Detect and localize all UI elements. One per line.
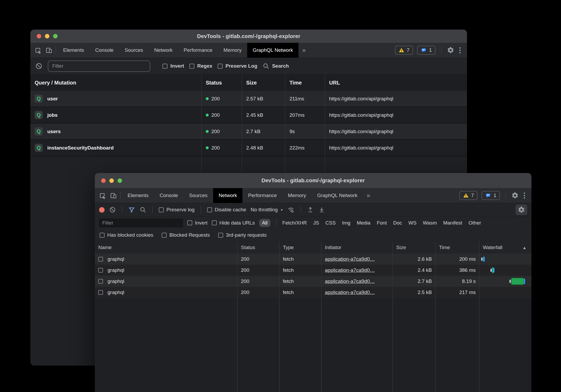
filter-chip-fetch-xhr[interactable]: Fetch/XHR bbox=[282, 220, 307, 226]
filter-input[interactable] bbox=[99, 218, 183, 227]
filter-chip-doc[interactable]: Doc bbox=[393, 220, 402, 226]
settings-gear-icon[interactable] bbox=[511, 192, 519, 199]
table-row[interactable]: graphql 200 fetch application-a7ca9d0… 2… bbox=[95, 276, 531, 287]
table-row[interactable]: graphql 200 fetch application-a7ca9d0… 2… bbox=[95, 265, 531, 276]
tab-network[interactable]: Network bbox=[149, 43, 178, 58]
tab-graphql-network[interactable]: GraphQL Network bbox=[312, 188, 363, 203]
search-icon[interactable] bbox=[139, 206, 146, 213]
table-row[interactable]: Qjobs 200 2.45 kB 207ms https://gitlab.c… bbox=[30, 107, 467, 124]
third-party-requests-checkbox[interactable] bbox=[218, 233, 223, 238]
inspect-element-icon[interactable] bbox=[35, 47, 42, 54]
tab-elements[interactable]: Elements bbox=[58, 43, 90, 58]
settings-gear-icon[interactable] bbox=[447, 46, 454, 54]
inspect-element-icon[interactable] bbox=[99, 192, 106, 199]
preserve-log-checkbox-group[interactable]: Preserve log bbox=[159, 207, 195, 213]
clear-icon[interactable] bbox=[35, 62, 43, 70]
tab-memory[interactable]: Memory bbox=[218, 43, 247, 58]
device-toolbar-icon[interactable] bbox=[110, 192, 117, 199]
filter-chip-js[interactable]: JS bbox=[313, 220, 319, 226]
hide-data-urls-checkbox-group[interactable]: Hide data URLs bbox=[212, 220, 255, 226]
preserve-log-checkbox-group[interactable]: Preserve Log bbox=[218, 63, 257, 69]
filter-chip-all[interactable]: All bbox=[259, 219, 270, 227]
tab-sources[interactable]: Sources bbox=[184, 188, 213, 203]
filter-chip-media[interactable]: Media bbox=[357, 220, 371, 226]
has-blocked-cookies-checkbox[interactable] bbox=[100, 233, 105, 238]
initiator-link[interactable]: application-a7ca9d0… bbox=[325, 290, 375, 295]
tab-performance[interactable]: Performance bbox=[242, 188, 282, 203]
table-row[interactable]: Quser 200 2.57 kB 211ms https://gitlab.c… bbox=[30, 91, 467, 107]
column-header-type[interactable]: Type bbox=[279, 241, 321, 254]
column-header-query-mutation[interactable]: Query / Mutation bbox=[30, 74, 202, 91]
row-checkbox[interactable] bbox=[98, 279, 103, 284]
tab-memory[interactable]: Memory bbox=[282, 188, 312, 203]
search-group[interactable]: Search bbox=[263, 63, 289, 69]
warnings-badge[interactable]: 7 bbox=[459, 191, 478, 200]
column-header-name[interactable]: Name bbox=[95, 241, 237, 254]
import-har-icon[interactable] bbox=[307, 206, 314, 213]
invert-checkbox-group[interactable]: Invert bbox=[187, 220, 208, 226]
preserve-log-checkbox[interactable] bbox=[218, 64, 223, 69]
filter-chip-wasm[interactable]: Wasm bbox=[423, 220, 437, 226]
table-row[interactable]: QinstanceSecurityDashboard 200 2.48 kB 2… bbox=[30, 140, 467, 156]
filter-chip-other[interactable]: Other bbox=[469, 220, 481, 226]
tab-console[interactable]: Console bbox=[154, 188, 184, 203]
tab-elements[interactable]: Elements bbox=[122, 188, 154, 203]
filter-chip-font[interactable]: Font bbox=[377, 220, 387, 226]
throttling-select[interactable]: No throttling ▾ bbox=[251, 207, 283, 213]
more-tabs-icon[interactable]: » bbox=[298, 43, 309, 58]
initiator-link[interactable]: application-a7ca9d0… bbox=[325, 278, 375, 284]
table-row[interactable]: graphql 200 fetch application-a7ca9d0… 2… bbox=[95, 287, 531, 298]
more-tabs-icon[interactable]: » bbox=[363, 188, 374, 203]
issues-badge[interactable]: 1 bbox=[481, 191, 500, 200]
blocked-requests-checkbox[interactable] bbox=[162, 233, 167, 238]
column-header-size[interactable]: Size bbox=[242, 74, 285, 91]
titlebar[interactable]: DevTools - gitlab.com/-/graphql-explorer bbox=[95, 173, 531, 188]
issues-badge[interactable]: 1 bbox=[417, 46, 436, 55]
column-header-status[interactable]: Status bbox=[237, 241, 279, 254]
column-header-waterfall[interactable]: Waterfall ▲ bbox=[479, 241, 531, 254]
warnings-badge[interactable]: 7 bbox=[395, 46, 413, 55]
table-row[interactable]: Qusers 200 2.7 kB 9s https://gitlab.com/… bbox=[30, 124, 467, 140]
has-blocked-cookies-checkbox-group[interactable]: Has blocked cookies bbox=[100, 232, 153, 238]
regex-checkbox-group[interactable]: Regex bbox=[189, 63, 212, 69]
network-conditions-icon[interactable] bbox=[287, 206, 294, 213]
filter-chip-img[interactable]: Img bbox=[342, 220, 350, 226]
preserve-log-checkbox[interactable] bbox=[159, 207, 164, 212]
column-header-size[interactable]: Size bbox=[393, 241, 436, 254]
invert-checkbox-group[interactable]: Invert bbox=[162, 63, 184, 69]
filter-chip-ws[interactable]: WS bbox=[408, 220, 417, 226]
tab-graphql-network[interactable]: GraphQL Network bbox=[247, 43, 298, 58]
disable-cache-checkbox-group[interactable]: Disable cache bbox=[207, 207, 246, 213]
filter-chip-css[interactable]: CSS bbox=[325, 220, 336, 226]
filter-funnel-icon[interactable] bbox=[128, 207, 135, 213]
filter-input[interactable] bbox=[48, 60, 150, 72]
tab-performance[interactable]: Performance bbox=[178, 43, 218, 58]
column-header-status[interactable]: Status bbox=[202, 74, 242, 91]
clear-icon[interactable] bbox=[109, 206, 116, 213]
column-header-time[interactable]: Time bbox=[436, 241, 479, 254]
kebab-menu-icon[interactable] bbox=[523, 192, 526, 200]
titlebar[interactable]: DevTools - gitlab.com/-/graphql-explorer bbox=[30, 30, 467, 43]
tab-console[interactable]: Console bbox=[90, 43, 119, 58]
disable-cache-checkbox[interactable] bbox=[207, 207, 212, 212]
row-checkbox[interactable] bbox=[98, 268, 103, 273]
column-header-initiator[interactable]: Initiator bbox=[321, 241, 393, 254]
invert-checkbox[interactable] bbox=[162, 64, 167, 69]
column-header-time[interactable]: Time bbox=[285, 74, 325, 91]
initiator-link[interactable]: application-a7ca9d0… bbox=[325, 267, 375, 273]
table-row[interactable]: graphql 200 fetch application-a7ca9d0… 2… bbox=[95, 254, 531, 265]
export-har-icon[interactable] bbox=[318, 206, 325, 213]
row-checkbox[interactable] bbox=[98, 290, 103, 295]
column-header-url[interactable]: URL bbox=[325, 74, 467, 91]
initiator-link[interactable]: application-a7ca9d0… bbox=[325, 256, 375, 262]
invert-checkbox[interactable] bbox=[187, 220, 192, 225]
device-toolbar-icon[interactable] bbox=[45, 47, 53, 54]
tab-network[interactable]: Network bbox=[213, 188, 243, 203]
network-settings-button[interactable] bbox=[516, 204, 527, 215]
kebab-menu-icon[interactable] bbox=[458, 46, 462, 54]
hide-data-urls-checkbox[interactable] bbox=[212, 220, 217, 225]
record-network-log-button[interactable] bbox=[99, 207, 105, 213]
third-party-requests-checkbox-group[interactable]: 3rd-party requests bbox=[218, 232, 267, 238]
filter-chip-manifest[interactable]: Manifest bbox=[443, 220, 462, 226]
blocked-requests-checkbox-group[interactable]: Blocked Requests bbox=[162, 232, 210, 238]
